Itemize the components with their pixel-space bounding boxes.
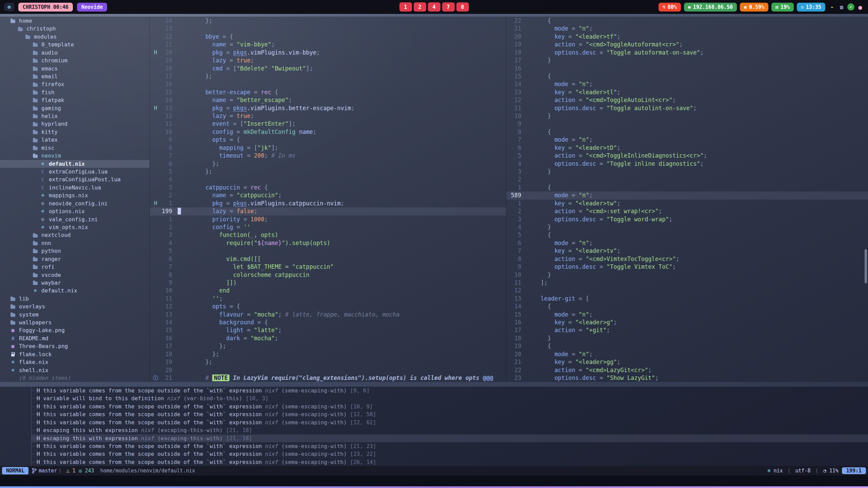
code-line[interactable]: 5 bbox=[150, 247, 506, 255]
code-line[interactable]: 11 options.desc = "Toggle autolint-on-sa… bbox=[506, 104, 868, 112]
code-line[interactable]: 12 lazy = true; bbox=[150, 112, 506, 120]
workspace-2[interactable]: 2 bbox=[413, 2, 426, 12]
tree-item[interactable]: (9 hidden items) bbox=[0, 374, 149, 382]
tree-item[interactable]: ❄default.nix bbox=[0, 287, 149, 294]
diagnostic-row[interactable]: H this variable comes from the scope out… bbox=[32, 458, 868, 466]
diagnostic-row[interactable]: H this variable comes from the scope out… bbox=[32, 387, 868, 394]
diagnostic-row[interactable]: H this variable comes from the scope out… bbox=[32, 450, 868, 458]
code-line[interactable]: 3 options.desc = "Toggle word-wrap"; bbox=[506, 216, 868, 223]
code-line[interactable]: 18 options.desc = "Toggle autoformat-on-… bbox=[506, 49, 868, 57]
code-line[interactable]: 1 { bbox=[506, 184, 868, 191]
code-line[interactable]: 17 } bbox=[506, 57, 868, 64]
code-line[interactable]: 13 leader-git = [ bbox=[506, 295, 868, 303]
tree-item[interactable]: ranger bbox=[0, 255, 149, 263]
scrollbar-thumb[interactable] bbox=[865, 249, 867, 283]
launcher-icon[interactable]: ❆ bbox=[4, 3, 14, 11]
code-line[interactable]: 16 dark = "mocha"; bbox=[150, 334, 506, 342]
workspace-8[interactable]: 8 bbox=[456, 2, 469, 12]
code-line[interactable]: 2 name = "catppuccin"; bbox=[150, 191, 506, 199]
code-line[interactable]: 10 } bbox=[506, 112, 868, 120]
tree-item[interactable]: rofi bbox=[0, 263, 149, 271]
tree-item[interactable]: helix bbox=[0, 112, 149, 120]
diagnostic-row[interactable]: H this variable comes from the scope out… bbox=[32, 410, 868, 418]
code-line[interactable]: 7 key = "<leader>tv"; bbox=[506, 247, 868, 255]
tree-item[interactable]: misc bbox=[0, 144, 149, 152]
code-line[interactable]: 1 key = "<leader>tw"; bbox=[506, 200, 868, 207]
tree-item[interactable]: overlays bbox=[0, 303, 149, 310]
code-line[interactable]: 16 bbox=[506, 65, 868, 73]
code-line[interactable]: 6 mode = "n"; bbox=[506, 239, 868, 247]
code-line[interactable]: ⓘ21 # NOTE In LazyVim require("clang_ext… bbox=[150, 374, 506, 382]
code-line[interactable]: 10 config = mkDefaultConfig name; bbox=[150, 128, 506, 136]
diagnostic-row[interactable]: H variable will bind to this definition … bbox=[32, 394, 868, 402]
tree-item[interactable]: nextcloud bbox=[0, 231, 149, 239]
code-line[interactable]: 8 action = "<cmd>VimtexTocToggle<cr>"; bbox=[506, 255, 868, 263]
tree-item[interactable]: ☾inclineNavic.lua bbox=[0, 184, 149, 191]
code-line[interactable]: 18 cmd = ["Bdelete" "Bwipeout"]; bbox=[150, 65, 506, 73]
tree-item[interactable]: christoph bbox=[0, 25, 149, 33]
code-line[interactable]: 23 bbox=[150, 25, 506, 33]
tree-item[interactable]: nnn bbox=[0, 239, 149, 247]
code-line[interactable]: 11 event = ["InsertEnter"]; bbox=[150, 120, 506, 128]
code-line[interactable]: 15 mode = "n"; bbox=[506, 311, 868, 319]
tree-item[interactable]: ❄vim_opts.nix bbox=[0, 223, 149, 231]
code-line[interactable]: 9 bbox=[506, 120, 868, 128]
tree-item[interactable]: ❄shell.nix bbox=[0, 366, 149, 374]
code-line[interactable]: 3 catppuccin = rec { bbox=[150, 184, 506, 191]
tree-item[interactable]: firefox bbox=[0, 80, 149, 88]
code-line[interactable]: 8 colorscheme catppuccin bbox=[150, 271, 506, 279]
code-line[interactable]: 5 action = "<cmd>ToggleInlineDiagnostics… bbox=[506, 152, 868, 160]
diagnostic-row[interactable]: H escaping this with expression nixf (es… bbox=[32, 434, 868, 442]
tree-item[interactable]: ☾extraConfigLua.lua bbox=[0, 168, 149, 176]
code-line[interactable]: 14 background = { bbox=[150, 319, 506, 326]
code-line[interactable]: 18 } bbox=[506, 334, 868, 342]
tree-item[interactable]: lib bbox=[0, 295, 149, 303]
code-line[interactable]: 9 opts = { bbox=[150, 136, 506, 144]
code-line[interactable]: 10 end bbox=[150, 287, 506, 294]
code-line[interactable]: 18 }; bbox=[150, 350, 506, 358]
workspace-4[interactable]: 4 bbox=[428, 2, 440, 12]
code-line[interactable]: 12 action = "<cmd>ToggleAutoLint<cr>"; bbox=[506, 96, 868, 104]
tree-item[interactable]: modules bbox=[0, 33, 149, 41]
tree-item[interactable]: 0_template bbox=[0, 41, 149, 48]
tree-item[interactable]: vscode bbox=[0, 271, 149, 279]
code-line[interactable]: 21 mode = "n"; bbox=[506, 25, 868, 33]
code-line[interactable]: 21 name = "vim-bbye"; bbox=[150, 41, 506, 48]
tree-item[interactable]: system bbox=[0, 311, 149, 319]
tree-item[interactable]: ▦Foggy-Lake.png bbox=[0, 326, 149, 334]
network-indicator[interactable]: ● 192.168.86.50 bbox=[684, 3, 737, 12]
tray-icon-3[interactable]: ● bbox=[856, 3, 864, 11]
tree-item[interactable]: neovim bbox=[0, 152, 149, 160]
tree-item[interactable]: ≣README.md bbox=[0, 334, 149, 342]
tree-item[interactable]: kitty bbox=[0, 128, 149, 136]
tree-item[interactable]: latex bbox=[0, 136, 149, 144]
code-line[interactable]: 8 { bbox=[506, 128, 868, 136]
code-line[interactable]: 6 vim.cmd([[ bbox=[150, 255, 506, 263]
code-line[interactable]: 5 { bbox=[506, 231, 868, 239]
code-line[interactable]: H20 pkg = pkgs.vimPlugins.vim-bbye; bbox=[150, 49, 506, 57]
code-line[interactable]: H13 pkg = pkgs.vimPlugins.better-escape-… bbox=[150, 104, 506, 112]
memory-indicator[interactable]: ▤ 19% bbox=[771, 3, 794, 12]
tree-item[interactable]: chromium bbox=[0, 57, 149, 64]
tray-icon-1[interactable]: ▥ bbox=[838, 3, 845, 11]
code-line[interactable]: 1 priority = 1000; bbox=[150, 216, 506, 223]
code-line[interactable]: 14 { bbox=[506, 303, 868, 310]
code-line[interactable]: 2 config = '' bbox=[150, 223, 506, 231]
tree-item-selected[interactable]: ❄default.nix bbox=[0, 160, 149, 168]
code-line[interactable]: 11 ''; bbox=[150, 295, 506, 303]
code-line[interactable]: H1 pkg = pkgs.vimPlugins.catppuccin-nvim… bbox=[150, 200, 506, 207]
tree-item[interactable]: waybar bbox=[0, 279, 149, 287]
tree-item[interactable]: ▦Three-Bears.png bbox=[0, 342, 149, 350]
code-line[interactable]: 4 options.desc = "Toggle inline diagnost… bbox=[506, 160, 868, 168]
code-line[interactable]: 20 key = "<leader>tf"; bbox=[506, 33, 868, 41]
tree-item[interactable]: flake.lock bbox=[0, 350, 149, 358]
cpu-indicator[interactable]: ▣ 0.59% bbox=[740, 3, 768, 12]
code-line[interactable]: 16 key = "<leader>g"; bbox=[506, 319, 868, 326]
tree-item[interactable]: python bbox=[0, 247, 149, 255]
code-line[interactable]: 10 } bbox=[506, 271, 868, 279]
tree-item[interactable]: ❄options.nix bbox=[0, 207, 149, 215]
tree-item[interactable]: email bbox=[0, 73, 149, 80]
diagnostic-row[interactable]: H escaping this with expression nixf (es… bbox=[32, 426, 868, 434]
code-line[interactable]: 13 key = "<leader>tl"; bbox=[506, 88, 868, 96]
code-line[interactable]: 4 require("${name}").setup(opts) bbox=[150, 239, 506, 247]
